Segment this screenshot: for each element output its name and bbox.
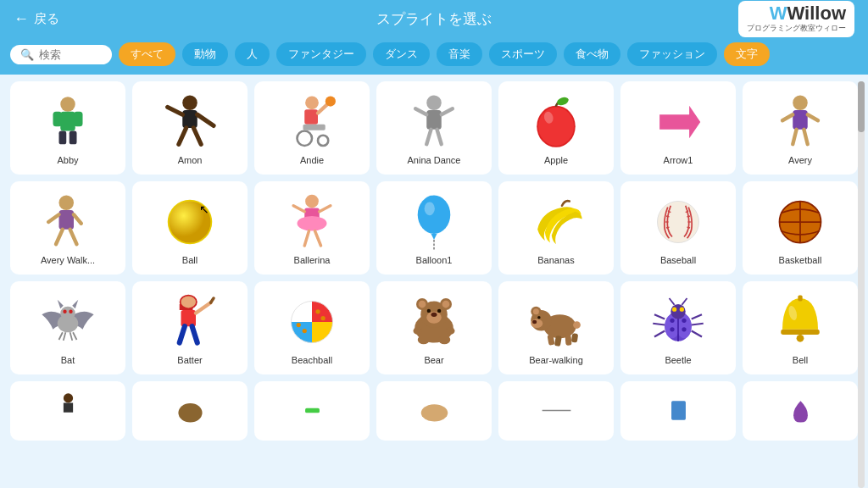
svg-point-142 [797,335,804,342]
svg-line-60 [666,216,670,217]
sprite-card-beetle[interactable]: Beetle [620,281,736,374]
svg-point-130 [682,319,686,323]
filter-letter[interactable]: 文字 [724,42,770,66]
scrollbar-thumb[interactable] [858,81,865,132]
sprite-card-partial-7[interactable] [743,381,858,441]
svg-line-88 [192,326,198,342]
svg-line-23 [426,130,431,145]
sprite-card-ball[interactable]: ↖ Ball [132,181,248,274]
svg-point-26 [538,108,574,147]
sprite-card-beachball[interactable]: Beachball [254,281,370,374]
svg-point-14 [298,131,313,147]
sprite-card-avery-walk[interactable]: Avery Walk... [10,181,125,274]
sprite-label-abby: Abby [57,155,78,165]
sprite-grid: Abby Amon [10,81,858,374]
svg-rect-151 [671,401,686,420]
svg-point-105 [418,336,430,345]
sprite-card-partial-6[interactable] [620,381,736,441]
sprite-card-batter[interactable]: Batter [132,281,248,374]
search-box[interactable]: 🔍 [10,45,112,64]
sprite-card-basketball[interactable]: Basketball [743,181,858,274]
svg-point-120 [573,321,581,329]
sprite-card-partial-5[interactable] [498,381,614,441]
svg-point-83 [181,296,197,308]
sprite-card-baseball[interactable]: Baseball [620,181,736,274]
sprite-card-partial-1[interactable] [10,381,125,441]
sprite-card-bear[interactable]: Bear [376,281,492,374]
sprite-card-bat[interactable]: Bat [10,281,125,374]
sprite-label-beachball: Beachball [292,355,332,365]
svg-point-147 [178,403,202,423]
sprite-card-bear-walking[interactable]: Bear-walking [498,281,614,374]
filter-food[interactable]: 食べ物 [564,42,620,66]
sprite-card-balloon1[interactable]: Balloon1 [376,181,492,274]
svg-point-104 [437,309,441,313]
scrollbar-track[interactable] [858,81,865,488]
sprite-card-abby[interactable]: Abby [10,81,125,175]
svg-point-115 [537,316,541,319]
svg-line-22 [442,108,453,114]
sprite-card-anina-dance[interactable]: Anina Dance [376,81,492,175]
svg-point-127 [672,308,676,312]
sprite-card-partial-4[interactable] [376,381,492,441]
filter-sports[interactable]: スポーツ [489,42,557,66]
sprite-card-andie[interactable]: Andie [254,81,370,175]
svg-rect-146 [63,402,72,412]
sprite-card-arrow1[interactable]: Arrow1 [620,81,736,175]
sprite-card-avery[interactable]: Avery [743,81,858,175]
svg-line-24 [437,130,442,145]
svg-point-75 [63,310,66,313]
svg-point-114 [532,320,537,324]
header: ← 戻る スプライトを選ぶ WWillow プログラミング教室ウィロー [0,0,868,37]
svg-rect-119 [571,333,578,342]
sprite-label-apple: Apple [544,155,568,165]
sprite-card-apple[interactable]: Apple [498,81,614,175]
filter-fantasy[interactable]: ファンタジー [276,42,366,66]
sprite-card-partial-3[interactable] [254,381,370,441]
svg-line-10 [179,128,186,144]
sprite-card-bell[interactable]: Bell [743,281,858,374]
svg-rect-2 [53,112,63,127]
filter-all[interactable]: すべて [119,42,175,66]
sprite-label-ballerina: Ballerina [294,255,331,265]
filter-fashion[interactable]: ファッション [627,42,717,66]
svg-point-12 [305,96,319,109]
sprite-label-bear-walking: Bear-walking [529,355,583,365]
svg-line-137 [692,324,704,325]
svg-line-21 [415,108,426,114]
svg-point-129 [670,319,674,323]
svg-point-54 [425,202,435,215]
svg-point-72 [60,307,75,320]
sprite-card-ballerina[interactable]: Ballerina [254,181,370,274]
svg-line-79 [70,332,73,341]
svg-point-100 [442,301,450,308]
back-button[interactable]: ← 戻る [14,10,59,28]
svg-line-80 [73,332,76,340]
svg-point-113 [531,319,542,329]
svg-line-11 [193,128,201,144]
sprite-label-beetle: Beetle [665,355,691,365]
svg-rect-141 [781,330,820,335]
svg-line-66 [687,227,691,228]
svg-line-135 [654,331,665,337]
filter-person[interactable]: 人 [235,42,270,66]
sprite-card-partial-2[interactable] [132,381,248,441]
sprite-card-amon[interactable]: Amon [132,81,248,175]
filter-music[interactable]: 音楽 [437,42,482,66]
svg-point-93 [303,329,307,333]
svg-point-112 [533,308,539,314]
svg-point-27 [556,96,570,107]
filter-animal[interactable]: 動物 [182,42,228,66]
sprite-label-baseball: Baseball [660,255,696,265]
svg-line-138 [692,331,702,337]
sprite-label-bell: Bell [793,355,808,365]
svg-point-94 [297,323,301,327]
svg-rect-13 [304,109,318,125]
sprite-label-anina-dance: Anina Dance [408,155,461,165]
sprite-card-bananas[interactable]: Bananas [498,181,614,274]
filter-dance[interactable]: ダンス [373,42,430,66]
svg-point-91 [315,309,320,313]
svg-line-86 [211,298,214,302]
search-input[interactable] [39,48,98,61]
sprite-label-basketball: Basketball [779,255,822,265]
